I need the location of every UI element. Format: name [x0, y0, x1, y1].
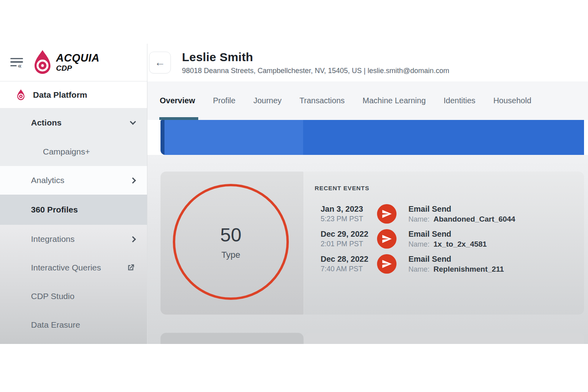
- type-donut-chart: 50 Type: [173, 184, 289, 300]
- sidebar-item-campaigns[interactable]: Campaigns+: [0, 137, 147, 166]
- sidebar-item-label: 360 Profiles: [31, 205, 135, 214]
- double-chevron-left-icon: «: [18, 65, 21, 67]
- profile-address: 98018 Deanna Streets, Campbellchester, N…: [182, 67, 449, 75]
- tab-overview[interactable]: Overview: [160, 96, 195, 105]
- sidebar-item-label: Data Platform: [33, 90, 135, 100]
- event-row[interactable]: Dec 29, 2022 2:01 PM PST Email Send Name…: [315, 226, 584, 251]
- tab-household[interactable]: Household: [493, 96, 532, 105]
- chevron-right-icon: [130, 177, 136, 183]
- brand-wordmark: ACQUIA CDP: [56, 53, 100, 72]
- event-name-line: Name:1x_to_2x_4581: [408, 240, 487, 249]
- email-send-icon: [377, 229, 397, 249]
- event-datetime: Jan 3, 2023 5:23 PM PST: [321, 205, 372, 223]
- event-title: Email Send: [408, 230, 487, 239]
- sidebar-item-label: Data Erasure: [31, 320, 135, 330]
- profile-header: ← Leslie Smith 98018 Deanna Streets, Cam…: [147, 44, 588, 81]
- event-name-value: Replenishment_211: [433, 265, 504, 273]
- sidebar-item-label: Actions: [31, 118, 131, 127]
- event-date: Dec 28, 2022: [321, 255, 372, 264]
- sidebar-item-data-platform[interactable]: Data Platform: [0, 81, 147, 108]
- event-name-value: Abandoned_Cart_6044: [433, 215, 515, 223]
- brand-product: CDP: [56, 64, 100, 72]
- sidebar-item-integrations[interactable]: Integrations: [0, 225, 147, 253]
- menu-bar-icon: [10, 65, 17, 67]
- tab-identities[interactable]: Identities: [444, 96, 476, 105]
- sidebar-item-label: Analytics: [31, 176, 131, 185]
- data-platform-droplet-icon: [16, 89, 26, 101]
- event-name-label: Name:: [408, 215, 429, 223]
- tab-journey[interactable]: Journey: [253, 96, 282, 105]
- event-datetime: Dec 29, 2022 2:01 PM PST: [321, 230, 372, 248]
- sidebar-item-label: Integrations: [31, 234, 131, 244]
- event-time: 7:40 AM PST: [321, 265, 372, 273]
- event-date: Dec 29, 2022: [321, 230, 372, 239]
- event-title: Email Send: [408, 255, 504, 264]
- brand-name: ACQUIA: [56, 53, 100, 64]
- profile-title-block: Leslie Smith 98018 Deanna Streets, Campb…: [182, 50, 449, 75]
- banner-dark-segment: [303, 120, 584, 155]
- page-title: Leslie Smith: [182, 50, 449, 64]
- sidebar-item-label: CDP Studio: [31, 292, 135, 301]
- recent-events-card: RECENT EVENTS Jan 3, 2023 5:23 PM PST Em…: [304, 172, 584, 315]
- tab-profile[interactable]: Profile: [213, 96, 236, 105]
- tab-transactions[interactable]: Transactions: [300, 96, 345, 105]
- email-send-icon: [377, 254, 397, 274]
- menu-bar-row: «: [10, 65, 25, 67]
- active-tab-indicator: [159, 117, 198, 120]
- event-datetime: Dec 28, 2022 7:40 AM PST: [321, 255, 372, 273]
- event-time: 5:23 PM PST: [321, 215, 372, 223]
- sidebar-item-label: Interactive Queries: [31, 263, 126, 272]
- collapse-sidebar-button[interactable]: «: [10, 58, 25, 67]
- event-info: Email Send Name:1x_to_2x_4581: [408, 230, 487, 249]
- chevron-down-icon: [130, 119, 136, 125]
- back-arrow-icon: ←: [155, 56, 165, 69]
- sidebar: « ACQUIA CDP: [0, 44, 147, 344]
- event-title: Email Send: [408, 205, 515, 214]
- actions-group: Actions Campaigns+: [0, 108, 147, 166]
- event-row[interactable]: Jan 3, 2023 5:23 PM PST Email Send Name:…: [315, 201, 584, 226]
- event-name-label: Name:: [408, 240, 429, 248]
- acquia-cdp-logo: ACQUIA CDP: [33, 49, 100, 75]
- chevron-right-icon: [130, 236, 136, 242]
- banner-edge-segment: [161, 120, 164, 155]
- next-card-left-edge: [161, 333, 304, 344]
- sidebar-item-label: Campaigns+: [43, 147, 135, 156]
- overview-content: 50 Type RECENT EVENTS Jan 3, 2023 5:23 P…: [147, 155, 588, 344]
- next-card-right-edge: [304, 333, 584, 344]
- event-name-label: Name:: [408, 265, 429, 273]
- acquia-droplet-icon: [33, 49, 52, 75]
- type-chart-value: 50: [220, 224, 241, 246]
- sidebar-nav: Data Platform Actions Campaigns+ Analyti…: [0, 81, 147, 339]
- event-name-value: 1x_to_2x_4581: [433, 240, 487, 248]
- email-send-icon: [377, 204, 397, 224]
- event-name-line: Name:Replenishment_211: [408, 265, 504, 274]
- type-chart-label: Type: [221, 250, 240, 260]
- lifecycle-banner: [161, 120, 584, 155]
- main-panel: ← Leslie Smith 98018 Deanna Streets, Cam…: [147, 44, 588, 344]
- screen: « ACQUIA CDP: [0, 0, 588, 392]
- menu-bar-icon: [10, 61, 23, 63]
- recent-events-heading: RECENT EVENTS: [315, 185, 584, 191]
- tab-bar: Overview Profile Journey Transactions Ma…: [147, 81, 588, 120]
- event-info: Email Send Name:Abandoned_Cart_6044: [408, 205, 515, 224]
- menu-bar-icon: [10, 58, 23, 60]
- sidebar-item-data-erasure[interactable]: Data Erasure: [0, 311, 147, 339]
- sidebar-item-interactive-queries[interactable]: Interactive Queries: [0, 253, 147, 282]
- event-row[interactable]: Dec 28, 2022 7:40 AM PST Email Send Name…: [315, 251, 584, 276]
- sidebar-item-analytics[interactable]: Analytics: [0, 166, 147, 195]
- event-info: Email Send Name:Replenishment_211: [408, 255, 504, 274]
- sidebar-brand-row: « ACQUIA CDP: [0, 44, 147, 81]
- external-link-icon: [126, 263, 135, 272]
- back-button[interactable]: ←: [149, 52, 171, 73]
- sidebar-item-actions[interactable]: Actions: [0, 108, 147, 137]
- event-date: Jan 3, 2023: [321, 205, 372, 214]
- type-chart-card: 50 Type: [161, 172, 304, 315]
- tab-machine-learning[interactable]: Machine Learning: [363, 96, 426, 105]
- event-name-line: Name:Abandoned_Cart_6044: [408, 215, 515, 224]
- banner-light-segment: [164, 120, 303, 155]
- sidebar-item-360-profiles[interactable]: 360 Profiles: [0, 195, 147, 225]
- acquia-cdp-app: « ACQUIA CDP: [0, 44, 588, 344]
- sidebar-item-cdp-studio[interactable]: CDP Studio: [0, 282, 147, 311]
- event-time: 2:01 PM PST: [321, 240, 372, 248]
